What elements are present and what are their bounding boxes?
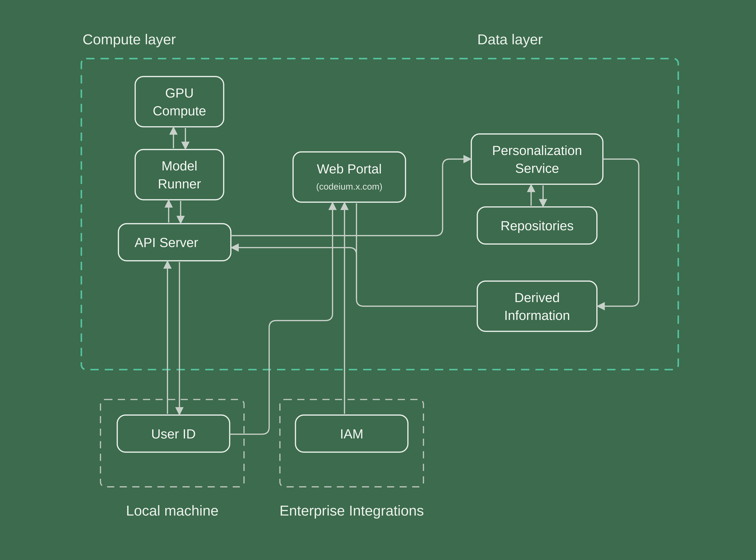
derived-information-node: Derived Information — [477, 281, 597, 331]
enterprise-integrations-container — [280, 399, 423, 487]
derived-to-api-arrow — [232, 248, 476, 306]
local-machine-label: Local machine — [126, 503, 218, 519]
svg-text:IAM: IAM — [340, 426, 363, 441]
svg-text:Personalization: Personalization — [492, 143, 582, 158]
local-machine-container — [101, 399, 244, 487]
svg-text:Model: Model — [161, 158, 197, 173]
architecture-diagram: Compute layer Data layer GPU Compute Mod… — [0, 0, 756, 554]
svg-rect-8 — [293, 152, 405, 202]
svg-text:Web Portal: Web Portal — [317, 161, 382, 176]
svg-text:Runner: Runner — [158, 176, 201, 191]
iam-node: IAM — [295, 415, 408, 452]
compute-layer-label: Compute layer — [83, 31, 176, 47]
svg-rect-3 — [135, 149, 224, 200]
web-portal-node: Web Portal (codeium.x.com) — [293, 152, 405, 202]
svg-text:Service: Service — [515, 161, 559, 176]
svg-text:GPU: GPU — [165, 85, 194, 100]
user-id-to-webportal-arrow — [230, 203, 333, 434]
model-runner-node: Model Runner — [135, 149, 224, 200]
svg-text:(codeium.x.com): (codeium.x.com) — [316, 181, 382, 192]
svg-rect-11 — [471, 134, 603, 184]
svg-text:Derived: Derived — [514, 290, 560, 305]
svg-text:User ID: User ID — [151, 426, 196, 441]
gpu-compute-node: GPU Compute — [135, 77, 224, 127]
data-layer-label: Data layer — [477, 31, 543, 47]
svg-text:API Server: API Server — [135, 235, 198, 250]
svg-text:Compute: Compute — [153, 103, 206, 118]
repositories-node: Repositories — [477, 207, 597, 244]
personalization-to-derived-arrow — [598, 159, 639, 306]
svg-text:Information: Information — [504, 308, 570, 323]
user-id-node: User ID — [117, 415, 230, 452]
svg-rect-16 — [477, 281, 597, 331]
api-server-node: API Server — [118, 224, 231, 261]
svg-rect-0 — [135, 77, 224, 127]
svg-text:Repositories: Repositories — [500, 218, 574, 233]
personalization-service-node: Personalization Service — [471, 134, 603, 184]
enterprise-integrations-label: Enterprise Integrations — [279, 503, 424, 519]
